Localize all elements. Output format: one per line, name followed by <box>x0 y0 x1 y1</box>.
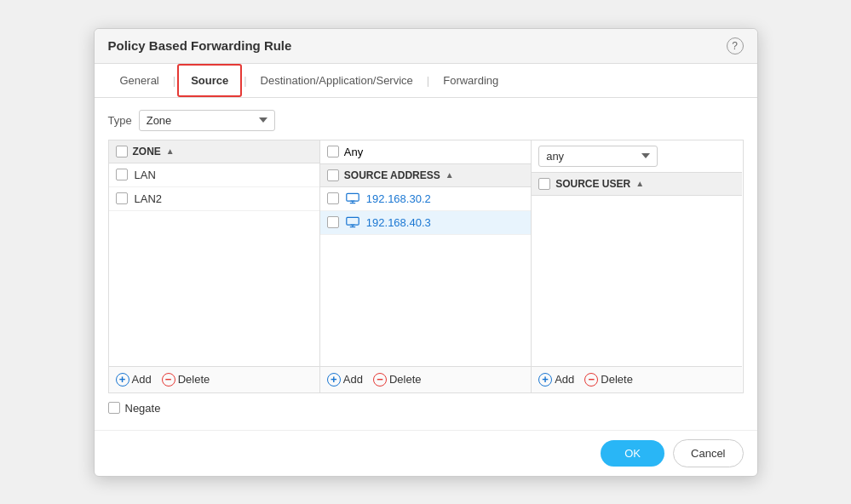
source-user-add-button[interactable]: + Add <box>538 373 574 387</box>
type-label: Type <box>108 114 132 127</box>
dialog-footer: OK Cancel <box>95 430 757 476</box>
source-user-col-header-label: SOURCE USER <box>555 178 630 190</box>
zone-select-all-checkbox[interactable] <box>116 146 128 158</box>
zone-lan2-label: LAN2 <box>135 192 163 205</box>
source-user-add-icon: + <box>538 373 552 387</box>
negate-label: Negate <box>125 402 161 415</box>
source-address-2-checkbox[interactable] <box>327 216 339 228</box>
help-icon[interactable]: ? <box>727 37 744 54</box>
zone-delete-label: Delete <box>178 373 210 386</box>
source-user-delete-button[interactable]: − Delete <box>584 373 633 387</box>
zone-delete-icon: − <box>162 373 175 387</box>
zone-add-label: Add <box>132 373 152 386</box>
source-address-add-label: Add <box>343 373 363 386</box>
tab-separator-1: | <box>171 74 177 87</box>
zone-lan-checkbox[interactable] <box>116 169 128 180</box>
tab-general[interactable]: General <box>108 66 171 95</box>
svg-rect-4 <box>347 217 359 225</box>
any-row: Any <box>320 140 531 164</box>
source-user-column: any SOURCE USER ▲ + Add − Delete <box>532 140 742 392</box>
zone-add-button[interactable]: + Add <box>116 373 152 387</box>
source-address-select-all-checkbox[interactable] <box>327 169 339 181</box>
source-address-row-1[interactable]: 192.168.30.2 <box>320 187 531 211</box>
source-address-delete-label: Delete <box>389 373 422 386</box>
source-address-col-footer: + Add − Delete <box>320 366 531 392</box>
source-user-col-header: SOURCE USER ▲ <box>532 173 742 196</box>
source-user-rows <box>532 196 742 366</box>
columns-area: ZONE ▲ LAN LAN2 + Add <box>108 140 744 393</box>
zone-add-icon: + <box>116 373 129 387</box>
source-address-1-link[interactable]: 192.168.30.2 <box>366 192 431 205</box>
dialog-body: Type Zone IP Address ZONE ▲ LAN <box>95 98 757 430</box>
tab-forwarding[interactable]: Forwarding <box>431 66 510 95</box>
source-address-sort-icon[interactable]: ▲ <box>446 170 454 180</box>
zone-lan-label: LAN <box>135 169 156 181</box>
policy-forwarding-dialog: Policy Based Forwarding Rule ? General |… <box>94 28 758 477</box>
tab-separator-2: | <box>242 74 248 87</box>
zone-sort-icon[interactable]: ▲ <box>166 146 175 156</box>
zone-delete-button[interactable]: − Delete <box>162 373 210 387</box>
source-user-add-label: Add <box>555 373 574 386</box>
zone-lan2-checkbox[interactable] <box>116 192 128 204</box>
source-address-col-header: SOURCE ADDRESS ▲ <box>320 164 531 187</box>
tab-destination[interactable]: Destination/Application/Service <box>249 66 425 95</box>
zone-col-header-label: ZONE <box>133 146 161 158</box>
negate-checkbox[interactable] <box>108 402 120 414</box>
network-icon-2 <box>346 216 359 228</box>
zone-col-footer: + Add − Delete <box>109 366 319 392</box>
source-user-sort-icon[interactable]: ▲ <box>635 179 644 188</box>
zone-row-lan2[interactable]: LAN2 <box>109 187 319 211</box>
source-address-rows: 192.168.30.2 192.168.40.3 <box>320 187 531 366</box>
source-address-1-checkbox[interactable] <box>327 192 339 204</box>
source-address-col-header-label: SOURCE ADDRESS <box>344 169 440 181</box>
any-checkbox[interactable] <box>327 146 339 158</box>
network-icon-1 <box>346 192 359 204</box>
dialog-title: Policy Based Forwarding Rule <box>108 38 292 53</box>
zone-rows: LAN LAN2 <box>109 163 319 366</box>
source-user-col-footer: + Add − Delete <box>532 366 742 392</box>
dialog-header: Policy Based Forwarding Rule ? <box>95 29 757 64</box>
zone-col-header: ZONE ▲ <box>109 140 319 163</box>
source-user-delete-icon: − <box>584 373 598 387</box>
zone-row-lan[interactable]: LAN <box>109 163 319 187</box>
cancel-button[interactable]: Cancel <box>673 439 743 467</box>
source-address-add-button[interactable]: + Add <box>327 373 363 387</box>
tab-source[interactable]: Source <box>177 64 242 97</box>
source-address-column: Any SOURCE ADDRESS ▲ <box>320 140 532 392</box>
source-address-row-2[interactable]: 192.168.40.3 <box>320 211 531 235</box>
tab-separator-3: | <box>425 74 431 87</box>
source-address-2-link[interactable]: 192.168.40.3 <box>366 216 431 229</box>
svg-rect-0 <box>347 193 359 201</box>
source-user-any-dropdown[interactable]: any <box>538 146 658 167</box>
type-row: Type Zone IP Address <box>108 110 744 131</box>
source-user-delete-label: Delete <box>601 373 633 386</box>
ok-button[interactable]: OK <box>601 440 664 467</box>
source-address-delete-icon: − <box>373 373 387 387</box>
negate-row: Negate <box>108 393 744 418</box>
type-select[interactable]: Zone IP Address <box>139 110 275 131</box>
source-user-dropdown-row: any <box>532 140 742 173</box>
zone-column: ZONE ▲ LAN LAN2 + Add <box>109 140 320 392</box>
source-address-delete-button[interactable]: − Delete <box>373 373 422 387</box>
tabs-bar: General | Source | Destination/Applicati… <box>95 64 757 98</box>
source-user-select-all-checkbox[interactable] <box>538 178 550 190</box>
any-label: Any <box>344 146 363 158</box>
source-address-add-icon: + <box>327 373 341 387</box>
